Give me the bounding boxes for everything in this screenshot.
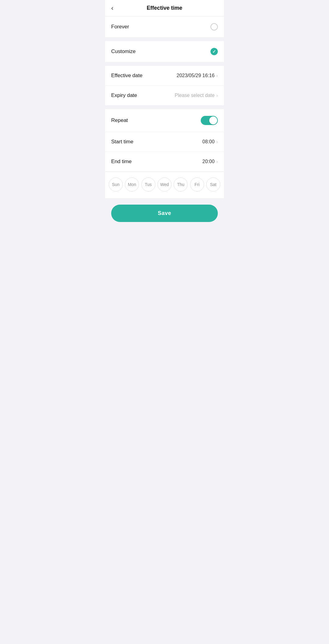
start-time-chevron: › — [216, 139, 218, 144]
effective-date-row[interactable]: Effective date 2023/05/29 16:16 › — [105, 66, 224, 86]
end-time-chevron: › — [216, 159, 218, 164]
gap-2 — [105, 62, 224, 66]
forever-label: Forever — [111, 24, 129, 30]
gap-1 — [105, 38, 224, 41]
repeat-row: Repeat — [105, 109, 224, 132]
effective-date-chevron: › — [216, 73, 218, 78]
header: ‹ Effective time — [105, 0, 224, 16]
effective-date-label: Effective date — [111, 73, 143, 79]
customize-row[interactable]: Customize — [105, 41, 224, 62]
day-sat[interactable]: Sat — [206, 177, 220, 191]
start-time-value: 08:00 › — [202, 139, 218, 145]
start-time-text: 08:00 — [202, 139, 214, 145]
day-mon[interactable]: Mon — [125, 177, 139, 191]
expiry-date-row[interactable]: Expiry date Please select date › — [105, 86, 224, 105]
toggle-track[interactable] — [201, 116, 218, 125]
day-sun[interactable]: Sun — [109, 177, 123, 191]
forever-row[interactable]: Forever — [105, 16, 224, 37]
repeat-label: Repeat — [111, 117, 128, 123]
expiry-date-value: Please select date › — [175, 93, 218, 98]
expiry-date-label: Expiry date — [111, 92, 137, 98]
customize-section: Customize — [105, 41, 224, 62]
forever-section: Forever — [105, 16, 224, 37]
customize-radio[interactable] — [210, 48, 218, 55]
customize-label: Customize — [111, 48, 136, 55]
day-thu[interactable]: Thu — [174, 177, 188, 191]
effective-date-text: 2023/05/29 16:16 — [177, 73, 215, 78]
gap-3 — [105, 106, 224, 109]
end-time-text: 20:00 — [202, 159, 214, 164]
day-fri[interactable]: Fri — [190, 177, 204, 191]
expiry-date-placeholder: Please select date — [175, 93, 215, 98]
back-button[interactable]: ‹ — [111, 4, 113, 12]
toggle-knob — [209, 116, 217, 124]
repeat-toggle[interactable] — [201, 116, 218, 125]
day-wed[interactable]: Wed — [157, 177, 172, 191]
days-row: Sun Mon Tus Wed Thu Fri Sat — [105, 172, 224, 198]
page-title: Effective time — [147, 5, 182, 11]
repeat-section: Repeat Start time 08:00 › End time 20:00… — [105, 109, 224, 198]
dates-section: Effective date 2023/05/29 16:16 › Expiry… — [105, 66, 224, 105]
forever-radio[interactable] — [210, 23, 218, 30]
end-time-row[interactable]: End time 20:00 › — [105, 152, 224, 172]
save-section: Save — [105, 200, 224, 232]
end-time-label: End time — [111, 159, 132, 165]
day-tus[interactable]: Tus — [141, 177, 155, 191]
expiry-date-chevron: › — [216, 93, 218, 98]
save-button[interactable]: Save — [111, 205, 218, 222]
start-time-label: Start time — [111, 139, 133, 145]
end-time-value: 20:00 › — [202, 159, 218, 164]
start-time-row[interactable]: Start time 08:00 › — [105, 132, 224, 152]
effective-date-value: 2023/05/29 16:16 › — [177, 73, 218, 78]
